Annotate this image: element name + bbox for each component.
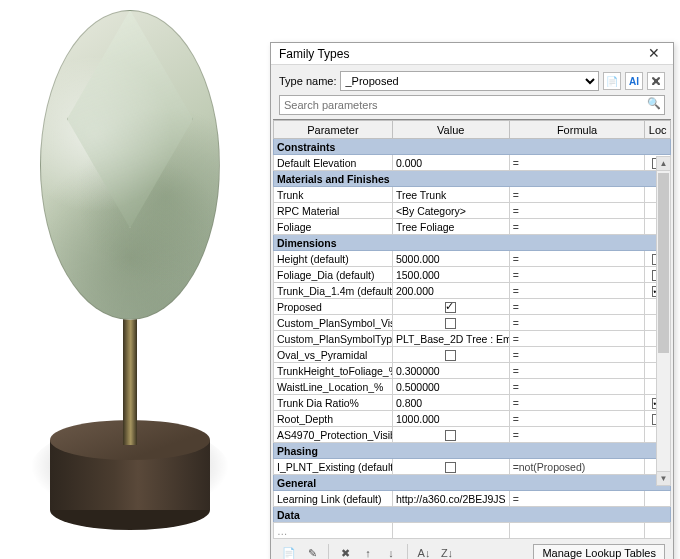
scrollbar-thumb[interactable]: [658, 173, 669, 353]
manage-lookup-tables-button[interactable]: Manage Lookup Tables: [533, 544, 665, 559]
param-value-cell[interactable]: [392, 299, 509, 315]
param-value-cell[interactable]: 1500.000: [392, 267, 509, 283]
group-header[interactable]: Constraints: [274, 139, 671, 155]
group-header[interactable]: Materials and Finishes: [274, 171, 671, 187]
param-formula-cell[interactable]: =: [509, 155, 645, 171]
param-value-cell[interactable]: PLT_Base_2D Tree : Empty: [392, 331, 509, 347]
param-name-cell[interactable]: Foliage_Dia (default): [274, 267, 393, 283]
param-value-cell[interactable]: <By Category>: [392, 203, 509, 219]
param-formula-cell[interactable]: =: [509, 219, 645, 235]
param-value-cell[interactable]: 0.300000: [392, 363, 509, 379]
param-formula-cell[interactable]: =: [509, 283, 645, 299]
new-type-button[interactable]: 📄: [603, 72, 621, 90]
checkbox[interactable]: [445, 350, 456, 361]
col-lock[interactable]: Loc: [645, 121, 671, 139]
param-formula-cell[interactable]: =: [509, 379, 645, 395]
delete-type-button[interactable]: 🗙: [647, 72, 665, 90]
table-row[interactable]: Oval_vs_Pyramidal=: [274, 347, 671, 363]
sort-descending-button[interactable]: Z↓: [437, 543, 457, 559]
param-value-cell[interactable]: 0.000: [392, 155, 509, 171]
param-name-cell[interactable]: Custom_PlanSymbolType<Pla: [274, 331, 393, 347]
modify-parameter-button[interactable]: ✎: [302, 543, 322, 559]
param-formula-cell[interactable]: =: [509, 315, 645, 331]
col-value[interactable]: Value: [392, 121, 509, 139]
vertical-scrollbar[interactable]: ▲ ▼: [656, 156, 671, 486]
table-row[interactable]: I_PLNT_Existing (default)=not(Proposed): [274, 459, 671, 475]
table-row[interactable]: Custom_PlanSymbol_Visible=: [274, 315, 671, 331]
table-row[interactable]: AS4970_Protection_Visible (de=: [274, 427, 671, 443]
table-row[interactable]: Foliage_Dia (default)1500.000=: [274, 267, 671, 283]
checkbox[interactable]: [445, 430, 456, 441]
param-value-cell[interactable]: 1000.000: [392, 411, 509, 427]
checkbox[interactable]: [445, 302, 456, 313]
param-formula-cell[interactable]: =: [509, 331, 645, 347]
param-name-cell[interactable]: I_PLNT_Existing (default): [274, 459, 393, 475]
param-value-cell[interactable]: http://a360.co/2BEJ9JS: [392, 491, 509, 507]
param-name-cell[interactable]: TrunkHeight_toFoliage_%: [274, 363, 393, 379]
table-row[interactable]: FoliageTree Foliage=: [274, 219, 671, 235]
param-name-cell[interactable]: Trunk Dia Ratio%: [274, 395, 393, 411]
new-parameter-button[interactable]: 📄: [279, 543, 299, 559]
param-formula-cell[interactable]: =: [509, 187, 645, 203]
col-formula[interactable]: Formula: [509, 121, 645, 139]
table-row[interactable]: WaistLine_Location_%0.500000=: [274, 379, 671, 395]
sort-ascending-button[interactable]: A↓: [414, 543, 434, 559]
table-row[interactable]: Learning Link (default)http://a360.co/2B…: [274, 491, 671, 507]
param-value-cell[interactable]: [392, 427, 509, 443]
param-formula-cell[interactable]: =: [509, 347, 645, 363]
table-row[interactable]: TrunkHeight_toFoliage_%0.300000=: [274, 363, 671, 379]
param-formula-cell[interactable]: =: [509, 395, 645, 411]
rename-type-button[interactable]: AI: [625, 72, 643, 90]
group-header[interactable]: General: [274, 475, 671, 491]
param-name-cell[interactable]: Foliage: [274, 219, 393, 235]
checkbox[interactable]: [445, 462, 456, 473]
param-name-cell[interactable]: RPC Material: [274, 203, 393, 219]
col-parameter[interactable]: Parameter: [274, 121, 393, 139]
param-name-cell[interactable]: Oval_vs_Pyramidal: [274, 347, 393, 363]
param-formula-cell[interactable]: =: [509, 491, 645, 507]
model-viewport[interactable]: [0, 0, 270, 559]
param-value-cell[interactable]: 0.500000: [392, 379, 509, 395]
param-name-cell[interactable]: AS4970_Protection_Visible (de: [274, 427, 393, 443]
param-formula-cell[interactable]: =: [509, 411, 645, 427]
param-value-cell[interactable]: Tree Foliage: [392, 219, 509, 235]
dialog-titlebar[interactable]: Family Types ✕: [271, 43, 673, 65]
param-formula-cell[interactable]: =: [509, 203, 645, 219]
table-row[interactable]: TrunkTree Trunk=: [274, 187, 671, 203]
table-row[interactable]: Trunk_Dia_1.4m (default)200.000=: [274, 283, 671, 299]
move-down-button[interactable]: ↓: [381, 543, 401, 559]
param-formula-cell[interactable]: =not(Proposed): [509, 459, 645, 475]
search-input[interactable]: [279, 95, 665, 115]
group-header[interactable]: Data: [274, 507, 671, 523]
param-name-cell[interactable]: Root_Depth: [274, 411, 393, 427]
param-value-cell[interactable]: [392, 315, 509, 331]
param-formula-cell[interactable]: =: [509, 299, 645, 315]
param-value-cell[interactable]: 0.800: [392, 395, 509, 411]
param-formula-cell[interactable]: =: [509, 267, 645, 283]
param-name-cell[interactable]: WaistLine_Location_%: [274, 379, 393, 395]
param-name-cell[interactable]: Trunk: [274, 187, 393, 203]
table-row[interactable]: Custom_PlanSymbolType<PlaPLT_Base_2D Tre…: [274, 331, 671, 347]
table-row[interactable]: Proposed=: [274, 299, 671, 315]
param-name-cell[interactable]: Learning Link (default): [274, 491, 393, 507]
param-formula-cell[interactable]: =: [509, 427, 645, 443]
param-name-cell[interactable]: Height (default): [274, 251, 393, 267]
param-lock-cell[interactable]: [645, 491, 671, 507]
table-row[interactable]: Root_Depth1000.000=: [274, 411, 671, 427]
param-name-cell[interactable]: Trunk_Dia_1.4m (default): [274, 283, 393, 299]
type-name-select[interactable]: _Proposed: [340, 71, 599, 91]
param-value-cell[interactable]: [392, 347, 509, 363]
table-row[interactable]: Default Elevation0.000=: [274, 155, 671, 171]
param-value-cell[interactable]: [392, 459, 509, 475]
group-header[interactable]: Dimensions: [274, 235, 671, 251]
param-value-cell[interactable]: Tree Trunk: [392, 187, 509, 203]
param-formula-cell[interactable]: =: [509, 363, 645, 379]
parameter-grid[interactable]: Parameter Value Formula Loc ConstraintsD…: [273, 119, 671, 539]
param-name-cell[interactable]: Proposed: [274, 299, 393, 315]
close-icon[interactable]: ✕: [639, 45, 669, 63]
param-name-cell[interactable]: Custom_PlanSymbol_Visible: [274, 315, 393, 331]
delete-parameter-button[interactable]: ✖: [335, 543, 355, 559]
table-row[interactable]: Trunk Dia Ratio%0.800=: [274, 395, 671, 411]
checkbox[interactable]: [445, 318, 456, 329]
scroll-down-icon[interactable]: ▼: [657, 471, 670, 485]
